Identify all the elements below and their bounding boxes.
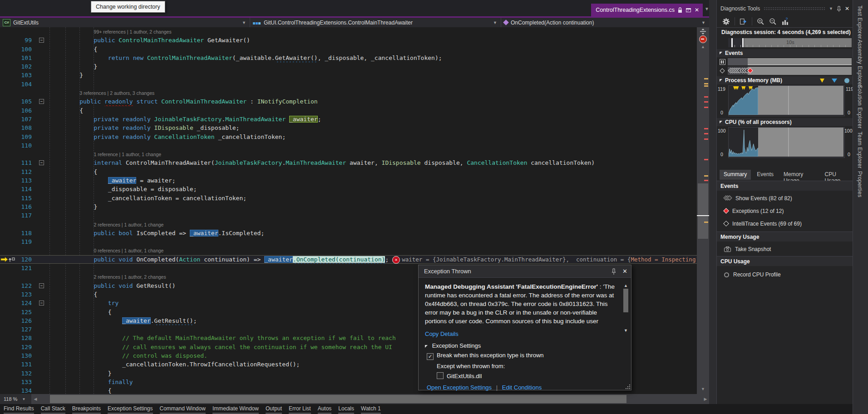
settings-gear-icon[interactable] [722,18,730,25]
breakpoint-margin[interactable] [0,343,15,351]
fold-collapse-icon[interactable]: − [39,38,44,43]
pin-icon[interactable] [612,268,616,275]
code-text[interactable]: private readonly CancellationToken _canc… [65,133,697,141]
tab-list-dropdown-icon[interactable]: ▼ [705,6,709,11]
chevron-down-icon[interactable]: ▼ [22,397,25,401]
editor-zoom-selector[interactable]: 118 % ▼ [0,394,32,404]
bottom-tab-output[interactable]: Output [266,404,282,414]
breakpoint-margin[interactable] [0,334,15,342]
code-text[interactable]: private readonly IDisposable _disposable… [65,123,697,132]
breakpoint-margin[interactable] [0,168,15,176]
scroll-thumb[interactable] [623,289,628,312]
bottom-tab-error-list[interactable]: Error List [289,404,311,414]
breakpoint-margin[interactable] [0,220,15,229]
breakpoint-margin[interactable] [0,308,15,316]
open-exception-settings-link[interactable]: Open Exception Settings [427,384,492,391]
project-dropdown[interactable]: C# GitExtUtils ▼ [0,18,250,27]
collapse-icon[interactable] [720,121,722,123]
code-text[interactable]: return new ControlMainThreadAwaiter(_awa… [65,54,697,62]
codelens-indicator[interactable]: 3 references | 2 authors, 3 changes [65,89,697,97]
breakpoint-margin[interactable] [0,281,15,290]
collapse-icon[interactable] [720,79,722,82]
breakpoint-margin[interactable] [0,133,15,141]
bottom-tab-locals[interactable]: Locals [338,404,354,414]
breakpoint-margin[interactable] [0,150,15,158]
resize-grip[interactable] [626,384,630,389]
hscroll-thumb[interactable] [50,395,626,403]
breakpoint-margin[interactable] [0,89,15,97]
fold-margin[interactable]: − [36,299,65,307]
code-text[interactable] [65,80,697,89]
fold-collapse-icon[interactable]: − [39,283,44,288]
hscroll-track[interactable] [39,394,702,404]
take-snapshot-button[interactable]: Take Snapshot [717,243,853,255]
chevron-down-icon[interactable]: ▼ [242,20,246,25]
bottom-tab-breakpoints[interactable]: Breakpoints [72,404,101,414]
bottom-tab-autos[interactable]: Autos [318,404,332,414]
side-tab-assembly-explorer[interactable]: Assembly Explorer [857,39,863,87]
breakpoint-margin[interactable] [0,229,15,237]
code-text[interactable]: } [65,62,697,71]
timeline-selection[interactable] [744,38,852,47]
breakpoint-margin[interactable] [0,264,15,272]
breakpoint-margin[interactable] [0,255,15,264]
breakpoint-margin[interactable] [0,62,15,71]
unchecked-checkbox[interactable] [437,372,444,379]
copy-details-link[interactable]: Copy Details [425,330,459,337]
codelens-indicator[interactable]: 99+ references | 1 author, 2 changes [65,27,697,36]
fold-margin[interactable]: − [36,97,65,106]
breakpoint-margin[interactable] [0,36,15,44]
cpu-chart[interactable] [728,127,845,158]
timeline-ruler[interactable]: 10s [728,38,852,47]
breakpoint-margin[interactable] [0,211,15,220]
close-icon[interactable]: ✕ [622,268,627,275]
track[interactable] [728,58,852,65]
bottom-tab-command-window[interactable]: Command Window [160,404,206,414]
preview-document-tab[interactable]: ControlThreadingExtensions.cs ✕ [591,4,703,16]
break-checkbox-row[interactable]: ✓Break when this exception type is throw… [427,352,631,360]
exception-icon[interactable]: ✕ [392,256,400,264]
code-text[interactable]: } [65,202,697,211]
breakpoint-margin[interactable] [0,54,15,62]
fold-margin[interactable]: − [36,36,65,44]
code-text[interactable] [65,237,697,246]
diag-tab-cpu-usage[interactable]: CPU Usage [821,170,853,180]
track[interactable] [728,67,852,75]
diag-tab-memory-usage[interactable]: Memory Usage [779,170,819,180]
scroll-up-icon[interactable]: ▲ [697,44,709,49]
events-track-intellitrace[interactable] [717,67,852,75]
scroll-right-icon[interactable]: ▶ [702,397,709,401]
code-text[interactable]: _cancellationToken = cancellationToken; [65,194,697,202]
bottom-tab-exception-settings[interactable]: Exception Settings [108,404,153,414]
breakpoint-margin[interactable] [0,290,15,299]
checked-checkbox[interactable]: ✓ [427,353,434,360]
breakpoint-margin[interactable] [0,71,15,79]
chevron-down-icon[interactable]: ▼ [701,20,705,25]
member-dropdown[interactable]: OnCompleted(Action continuation) ▼ [501,18,709,27]
codelens-indicator[interactable]: 2 references | 1 author, 1 change [65,220,697,229]
side-tab-solution-explorer[interactable]: Solution Explorer [857,85,863,128]
breakpoint-margin[interactable] [0,194,15,202]
code-text[interactable]: { [65,168,697,176]
memory-chart[interactable] [728,85,845,116]
code-text[interactable]: _awaiter = awaiter; [65,176,697,185]
code-text[interactable]: public bool IsCompleted => _awaiter.IsCo… [65,229,697,237]
reset-view-chart-icon[interactable]: ? [781,18,789,25]
breakpoint-margin[interactable] [0,45,15,54]
chevron-down-icon[interactable]: ▼ [493,20,497,25]
breakpoint-margin[interactable] [0,115,15,123]
code-text[interactable]: _disposable = disposable; [65,185,697,193]
breakpoint-margin[interactable] [0,299,15,307]
record-cpu-button[interactable]: Record CPU Profile [717,269,853,281]
breakpoint-margin[interactable] [0,378,15,386]
module-checkbox-row[interactable]: GitExtUtils.dll [437,372,631,380]
fold-collapse-icon[interactable]: − [39,160,44,165]
code-text[interactable]: } [65,71,697,79]
events-track-breaks[interactable] [717,58,852,65]
codelens-indicator[interactable]: 0 references | 1 author, 1 change [65,246,697,255]
popup-title-bar[interactable]: Exception Thrown ✕ [419,265,631,278]
popup-scrollbar[interactable]: ▲ ▼ [622,281,629,335]
collapse-icon[interactable] [720,52,722,54]
code-text[interactable] [65,141,697,150]
vscroll-thumb[interactable] [698,183,708,239]
